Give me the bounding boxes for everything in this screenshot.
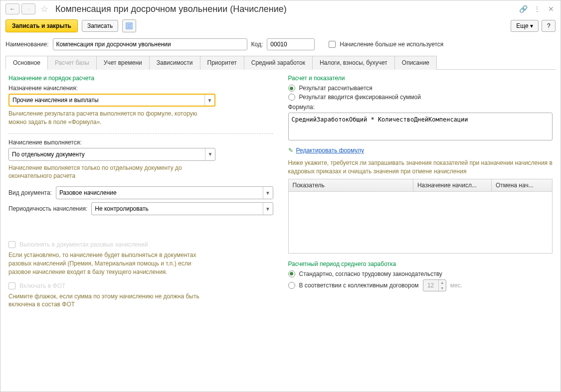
code-input[interactable]: [267, 38, 315, 50]
more-button-label: Еще: [516, 22, 528, 29]
radio-result-fixed[interactable]: [288, 94, 295, 101]
edit-formula-link[interactable]: Редактировать формулу: [296, 147, 365, 154]
cb2-hint: Снимите флажок, если сумма по этому начи…: [8, 292, 208, 309]
save-button[interactable]: Записать: [82, 20, 118, 32]
formula-label: Формула:: [288, 104, 553, 111]
name-input[interactable]: [53, 38, 247, 50]
radio-period-collective-label: В соответствии с коллективным договором: [299, 282, 419, 289]
separator: [8, 133, 273, 134]
months-suffix: мес.: [450, 282, 462, 289]
tab-description[interactable]: Описание: [394, 56, 437, 70]
table-hint: Ниже укажите, требуется ли запрашивать з…: [288, 159, 553, 176]
tab-time[interactable]: Учет времени: [96, 56, 150, 70]
doc-type-label: Вид документа:: [8, 189, 52, 196]
performed-label: Начисление выполняется:: [8, 139, 273, 146]
favorite-star-icon[interactable]: ☆: [39, 4, 49, 14]
months-spinner[interactable]: ▲ ▼: [423, 279, 446, 291]
radio-result-calc[interactable]: [288, 85, 295, 92]
not-used-checkbox[interactable]: [329, 41, 336, 48]
performed-combo-input[interactable]: [9, 148, 205, 160]
performed-combo[interactable]: ▼: [8, 148, 215, 161]
radio-period-collective[interactable]: [288, 282, 295, 289]
months-input: [423, 280, 438, 291]
radio-period-standard-label: Стандартно, согласно трудовому законодат…: [299, 270, 442, 277]
cb2-label: Включать в ФОТ: [19, 282, 65, 289]
cb1-hint: Если установлено, то начисление будет вы…: [8, 251, 208, 276]
radio-result-calc-label: Результат рассчитывается: [299, 85, 373, 92]
nav-forward-button[interactable]: →: [21, 3, 35, 14]
kebab-menu-icon[interactable]: ⋮: [533, 4, 542, 13]
more-button[interactable]: Еще ▾: [511, 20, 539, 32]
cb1-label: Выполнять в документах разовых начислени…: [19, 241, 148, 248]
purpose-label: Назначение начисления:: [8, 85, 273, 92]
tab-taxes[interactable]: Налоги, взносы, бухучет: [312, 56, 395, 70]
help-button[interactable]: ?: [542, 20, 556, 32]
spinner-down-icon[interactable]: ▼: [439, 285, 446, 291]
chevron-down-icon[interactable]: ▼: [263, 187, 273, 199]
nav-back-button[interactable]: ←: [5, 3, 19, 14]
periodicity-combo[interactable]: ▼: [91, 202, 273, 215]
performed-hint: Начисление выполняется только по отдельн…: [8, 164, 208, 181]
tab-base[interactable]: Расчет базы: [47, 56, 97, 70]
th-indicator[interactable]: Показатель: [289, 179, 413, 191]
spinner-up-icon[interactable]: ▲: [439, 280, 446, 285]
indicators-table[interactable]: Показатель Назначение начисл... Отмена н…: [288, 179, 553, 254]
link-icon[interactable]: 🔗: [519, 4, 528, 13]
periodicity-label: Периодичность начисления:: [8, 205, 87, 212]
section-period-title: Расчетный период среднего заработка: [288, 261, 553, 267]
chevron-down-icon[interactable]: ▼: [263, 203, 273, 215]
section-purpose-title: Назначение и порядок расчета: [8, 75, 273, 82]
radio-period-standard[interactable]: [288, 270, 295, 277]
close-icon[interactable]: ✕: [547, 4, 556, 13]
tab-main[interactable]: Основное: [5, 56, 48, 70]
purpose-hint: Вычисление результата расчета выполняетс…: [8, 110, 208, 127]
save-and-close-button[interactable]: Записать и закрыть: [5, 19, 78, 32]
purpose-combo-input[interactable]: [9, 95, 204, 106]
pencil-icon: ✎: [288, 147, 293, 154]
window-title: Компенсация при досрочном увольнении (На…: [55, 4, 287, 14]
purpose-combo[interactable]: ▼: [8, 94, 215, 107]
name-label: Наименование:: [5, 41, 49, 48]
periodicity-combo-input[interactable]: [92, 203, 262, 215]
tab-dependencies[interactable]: Зависимости: [149, 56, 200, 70]
tab-priority[interactable]: Приоритет: [200, 56, 244, 70]
chevron-down-icon[interactable]: ▼: [205, 148, 215, 160]
formula-textarea[interactable]: СреднийЗаработокОбщий * КоличествоДнейКо…: [288, 113, 553, 140]
th-assign[interactable]: Назначение начисл...: [413, 179, 492, 191]
radio-result-fixed-label: Результат вводится фиксированной суммой: [299, 94, 421, 101]
not-used-label: Начисление больше не используется: [340, 41, 443, 48]
code-label: Код:: [251, 41, 263, 48]
tab-average[interactable]: Средний заработок: [244, 56, 313, 70]
chevron-down-icon[interactable]: ▼: [204, 95, 214, 106]
th-cancel[interactable]: Отмена нач...: [492, 179, 552, 191]
cb-perform-in-single-docs: [8, 241, 15, 248]
report-icon-button[interactable]: [122, 19, 136, 32]
doc-type-combo[interactable]: ▼: [56, 186, 273, 199]
cb-include-fot: [8, 282, 15, 289]
doc-type-combo-input[interactable]: [56, 187, 263, 199]
tabs-bar: Основное Расчет базы Учет времени Зависи…: [5, 55, 556, 70]
section-calc-title: Расчет и показатели: [288, 75, 553, 82]
